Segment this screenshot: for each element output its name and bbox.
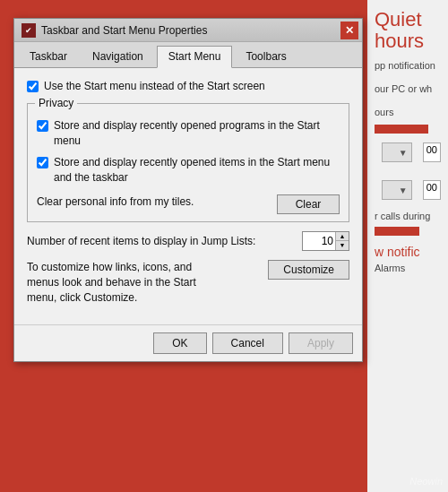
privacy-item-0: Store and display recently opened progra… bbox=[37, 118, 340, 149]
dialog-content: Use the Start menu instead of the Start … bbox=[14, 68, 362, 315]
use-start-menu-label: Use the Start menu instead of the Start … bbox=[44, 79, 265, 94]
clear-section: Clear personal info from my tiles. Clear bbox=[37, 194, 340, 214]
tab-start-menu[interactable]: Start Menu bbox=[157, 46, 233, 68]
privacy-checkbox-0[interactable] bbox=[37, 120, 48, 132]
close-button[interactable]: ✕ bbox=[340, 22, 358, 39]
tab-taskbar[interactable]: Taskbar bbox=[18, 46, 79, 67]
title-left: ✔ Taskbar and Start Menu Properties bbox=[22, 23, 207, 38]
apply-button[interactable]: Apply bbox=[289, 332, 353, 354]
bg-row1: ▼ 00 bbox=[375, 137, 441, 168]
clear-label: Clear personal info from my tiles. bbox=[37, 194, 194, 210]
bg-text2: our PC or wh bbox=[367, 75, 448, 103]
chevron-down-icon: ▼ bbox=[399, 148, 408, 158]
privacy-group: Privacy Store and display recently opene… bbox=[27, 103, 349, 222]
tab-bar: Taskbar Navigation Start Menu Toolbars bbox=[14, 42, 362, 68]
jump-list-input[interactable] bbox=[303, 232, 335, 250]
spin-down-button[interactable]: ▼ bbox=[336, 241, 349, 250]
cancel-button[interactable]: Cancel bbox=[212, 332, 283, 354]
tab-navigation[interactable]: Navigation bbox=[81, 46, 155, 67]
tab-toolbars[interactable]: Toolbars bbox=[234, 46, 297, 67]
privacy-label-0: Store and display recently opened progra… bbox=[54, 118, 340, 149]
bg-calls-text: r calls during bbox=[367, 209, 448, 223]
chevron-down-icon2: ▼ bbox=[399, 186, 408, 195]
bg-row2: ▼ 00 bbox=[375, 175, 441, 205]
bg-input2: 00 bbox=[423, 180, 441, 200]
privacy-checkbox-1[interactable] bbox=[37, 157, 48, 168]
bg-section-title: w notific bbox=[367, 239, 448, 261]
bg-bar1 bbox=[375, 125, 428, 134]
bg-dropdown2[interactable]: ▼ bbox=[382, 180, 412, 200]
spinner-buttons: ▲ ▼ bbox=[335, 232, 349, 250]
bg-bar2 bbox=[375, 227, 419, 236]
privacy-label-1: Store and display recently opened items … bbox=[54, 155, 340, 186]
spin-up-button[interactable]: ▲ bbox=[336, 232, 349, 241]
customize-label: To customize how links, icons, and menus… bbox=[27, 260, 206, 305]
jump-list-label: Number of recent items to display in Jum… bbox=[27, 235, 302, 247]
customize-section: To customize how links, icons, and menus… bbox=[27, 260, 349, 305]
use-start-menu-checkbox[interactable] bbox=[27, 81, 39, 92]
customize-button[interactable]: Customize bbox=[268, 260, 349, 280]
dialog-title: Taskbar and Start Menu Properties bbox=[41, 24, 207, 37]
bg-hours-label: ours bbox=[367, 103, 448, 121]
bg-dropdown1[interactable]: ▼ bbox=[382, 142, 412, 162]
titlebar: ✔ Taskbar and Start Menu Properties ✕ bbox=[14, 19, 362, 42]
bg-alarms-label: Alarms bbox=[367, 261, 448, 275]
watermark: Neowin bbox=[409, 476, 443, 487]
ok-button[interactable]: OK bbox=[153, 332, 206, 354]
dialog-footer: OK Cancel Apply bbox=[14, 324, 362, 361]
dialog: ✔ Taskbar and Start Menu Properties ✕ Ta… bbox=[13, 18, 363, 362]
bg-input1: 00 bbox=[423, 142, 441, 162]
jump-list-row: Number of recent items to display in Jum… bbox=[27, 231, 349, 251]
use-start-menu-row: Use the Start menu instead of the Start … bbox=[27, 79, 349, 94]
bg-title: Quiet hours bbox=[367, 0, 448, 52]
background-panel: Quiet hours pp notification our PC or wh… bbox=[367, 0, 448, 492]
privacy-item-1: Store and display recently opened items … bbox=[37, 155, 340, 186]
privacy-group-title: Privacy bbox=[35, 97, 77, 109]
taskbar-icon: ✔ bbox=[22, 23, 36, 38]
clear-button[interactable]: Clear bbox=[277, 194, 340, 214]
jump-list-input-wrap: ▲ ▼ bbox=[302, 231, 349, 251]
